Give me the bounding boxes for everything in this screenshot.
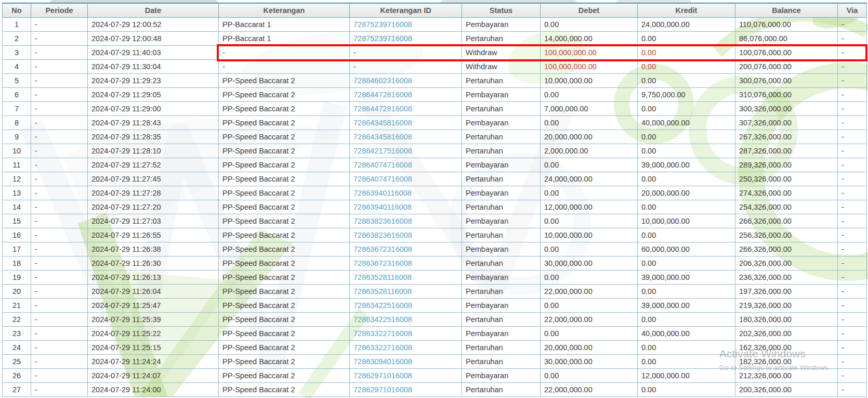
keterangan-id-link[interactable]: 72863322716008 (353, 343, 412, 352)
cell-date: 2024-07-29 11:40:03 (88, 46, 219, 60)
keterangan-id-link[interactable]: 72875239716008 (353, 34, 412, 43)
cell-balance: 266,326,000.00 (735, 214, 838, 228)
keterangan-id-link[interactable]: 72863823616008 (353, 217, 412, 225)
cell-keterangan_id: 72875239716008 (350, 32, 462, 46)
cell-status: Pembayaran (462, 158, 541, 172)
keterangan-id-link[interactable]: 72863528116008 (353, 287, 412, 296)
table-row: 10-2024-07-29 11:28:10PP-Speed Baccarat … (3, 144, 867, 158)
cell-via: - (838, 74, 867, 88)
cell-debet: 0.00 (541, 214, 638, 228)
keterangan-id-link[interactable]: 72864472816008 (353, 105, 412, 113)
keterangan-id-link[interactable]: 72862971016008 (353, 386, 412, 394)
cell-status: Pertaruhan (462, 172, 541, 186)
table-row: 5-2024-07-29 11:29:23PP-Speed Baccarat 2… (3, 74, 867, 88)
cell-no: 10 (3, 144, 31, 158)
cell-balance: 86,076,000.00 (735, 32, 838, 46)
keterangan-id-link[interactable]: 72864074716008 (353, 175, 412, 183)
keterangan-id-link[interactable]: 72864345816008 (353, 133, 412, 141)
column-header-keterangan_id: Keterangan ID (350, 3, 462, 18)
cell-via: - (838, 228, 867, 242)
cell-periode: - (31, 242, 88, 256)
cell-no: 19 (3, 271, 31, 285)
cell-periode: - (31, 383, 88, 397)
cell-keterangan: - (219, 60, 350, 74)
cell-status: Pembayaran (462, 327, 541, 341)
cell-keterangan_id: 72863823616008 (350, 214, 462, 228)
keterangan-id-link[interactable]: 72864602316008 (353, 76, 412, 85)
cell-balance: 200,326,000.00 (735, 383, 838, 397)
cell-status: Pembayaran (462, 299, 541, 313)
keterangan-id-link[interactable]: 72863094016008 (353, 357, 412, 366)
keterangan-id-link[interactable]: 72863422516008 (353, 301, 412, 310)
cell-via: - (838, 285, 867, 299)
cell-debet: 0.00 (541, 18, 638, 32)
cell-kredit: 9,750,000.00 (638, 88, 735, 102)
keterangan-id-link[interactable]: 72863528116008 (353, 273, 412, 281)
table-row: 4-2024-07-29 11:30:04--Withdraw100,000,0… (3, 60, 867, 74)
cell-kredit: 0.00 (638, 285, 735, 299)
cell-debet: 0.00 (541, 186, 638, 200)
cell-keterangan_id: 72864345816008 (350, 116, 462, 130)
cell-debet: 2,000,000.00 (541, 144, 638, 158)
keterangan-id-link[interactable]: 72863322716008 (353, 329, 412, 338)
keterangan-id-link[interactable]: 72864217516008 (353, 147, 412, 155)
table-row: 24-2024-07-29 11:25:15PP-Speed Baccarat … (3, 341, 867, 355)
cell-balance: 202,326,000.00 (735, 327, 838, 341)
keterangan-id-link[interactable]: 72863823616008 (353, 231, 412, 239)
cell-kredit: 0.00 (638, 46, 735, 60)
cell-keterangan_id: 72864074716008 (350, 158, 462, 172)
cell-keterangan_id: - (350, 46, 462, 60)
table-row: 15-2024-07-29 11:27:03PP-Speed Baccarat … (3, 214, 867, 228)
keterangan-id-link[interactable]: 72864074716008 (353, 161, 412, 169)
cell-debet: 10,000,000.00 (541, 74, 638, 88)
keterangan-id-link[interactable]: 72863672316008 (353, 245, 412, 253)
table-row: 26-2024-07-29 11:24:07PP-Speed Baccarat … (3, 369, 867, 383)
cell-date: 2024-07-29 12:00:48 (88, 32, 219, 46)
cell-date: 2024-07-29 11:26:04 (88, 285, 219, 299)
cell-periode: - (31, 271, 88, 285)
keterangan-id-link[interactable]: 72863940116008 (353, 203, 412, 211)
cell-via: - (838, 299, 867, 313)
cell-balance: 289,326,000.00 (735, 158, 838, 172)
cell-kredit: 39,000,000.00 (638, 299, 735, 313)
keterangan-id-link[interactable]: 72862971016008 (353, 371, 412, 380)
keterangan-id-link[interactable]: 72875239716008 (353, 20, 412, 29)
cell-via: - (838, 186, 867, 200)
table-row: 16-2024-07-29 11:26:55PP-Speed Baccarat … (3, 228, 867, 242)
keterangan-id-link[interactable]: 72864345816008 (353, 119, 412, 127)
cell-no: 13 (3, 186, 31, 200)
cell-date: 2024-07-29 11:26:55 (88, 228, 219, 242)
cell-keterangan_id: 72862971016008 (350, 369, 462, 383)
keterangan-id-link[interactable]: 72863422516008 (353, 315, 412, 324)
cell-keterangan: - (219, 46, 350, 60)
keterangan-id-link[interactable]: 72863940116008 (353, 189, 412, 197)
cell-keterangan_id: - (350, 60, 462, 74)
cell-debet: 7,000,000.00 (541, 102, 638, 116)
cell-via: - (838, 327, 867, 341)
cell-status: Pertaruhan (462, 383, 541, 397)
cell-keterangan_id: 72864472816008 (350, 102, 462, 116)
cell-status: Pertaruhan (462, 313, 541, 327)
cell-via: - (838, 88, 867, 102)
table-header-row: NoPeriodeDateKeteranganKeterangan IDStat… (3, 3, 867, 18)
cell-debet: 100,000,000.00 (541, 46, 638, 60)
cell-keterangan: PP-Speed Baccarat 2 (219, 228, 350, 242)
cell-via: - (838, 158, 867, 172)
cell-via: - (838, 256, 867, 271)
cell-status: Pertaruhan (462, 341, 541, 355)
keterangan-id-link[interactable]: 72863672316008 (353, 259, 412, 267)
cell-kredit: 40,000,000.00 (638, 116, 735, 130)
table-row: 6-2024-07-29 11:29:05PP-Speed Baccarat 2… (3, 88, 867, 102)
keterangan-id-link[interactable]: 72864472816008 (353, 91, 412, 99)
cell-kredit: 0.00 (638, 228, 735, 242)
cell-date: 2024-07-29 11:24:00 (88, 383, 219, 397)
cell-periode: - (31, 60, 88, 74)
cell-debet: 0.00 (541, 158, 638, 172)
cell-status: Withdraw (462, 60, 541, 74)
cell-balance: 200,076,000.00 (735, 60, 838, 74)
cell-keterangan_id: 72863823616008 (350, 228, 462, 242)
cell-balance: 162,326,000.00 (735, 341, 838, 355)
table-row: 3-2024-07-29 11:40:03--Withdraw100,000,0… (3, 46, 867, 60)
cell-no: 22 (3, 313, 31, 327)
cell-debet: 30,000,000.00 (541, 355, 638, 369)
